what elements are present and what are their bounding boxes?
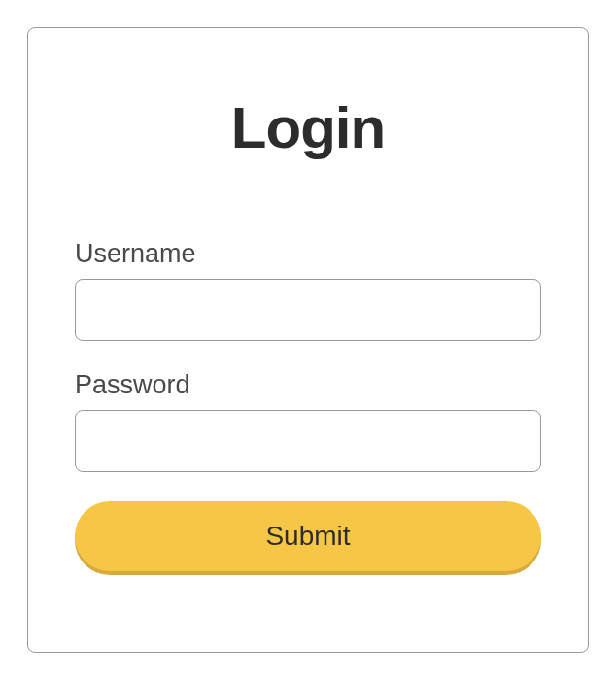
username-label: Username xyxy=(75,239,541,269)
password-input[interactable] xyxy=(75,410,541,472)
password-field-group: Password xyxy=(75,370,541,472)
username-field-group: Username xyxy=(75,239,541,341)
username-input[interactable] xyxy=(75,279,541,341)
login-card: Login Username Password Submit xyxy=(27,27,589,653)
page-title: Login xyxy=(75,94,541,161)
password-label: Password xyxy=(75,370,541,400)
submit-button[interactable]: Submit xyxy=(75,501,541,571)
